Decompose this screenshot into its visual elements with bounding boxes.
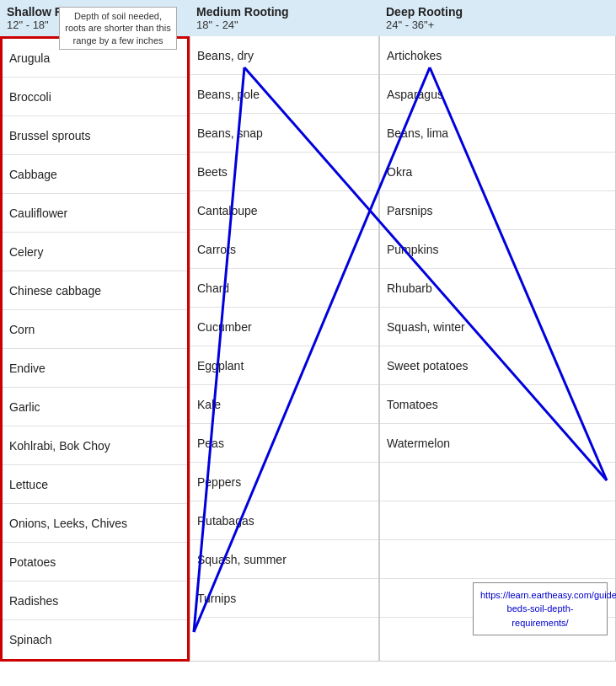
list-item: Beans, snap <box>190 114 378 153</box>
medium-column: Beans, dryBeans, poleBeans, snapBeetsCan… <box>190 36 379 662</box>
list-item: Chinese cabbage <box>3 271 187 310</box>
list-item: Cantaloupe <box>190 191 378 230</box>
shallow-header: Shallow Rooting 12" - 18" Depth of soil … <box>0 0 190 36</box>
list-item: Chard <box>190 269 378 308</box>
list-item: Artichokes <box>380 36 615 75</box>
list-item: Beans, pole <box>190 75 378 114</box>
list-item: Onions, Leeks, Chives <box>3 504 187 543</box>
list-item: Radishes <box>3 581 187 620</box>
tooltip: Depth of soil needed, roots are shorter … <box>59 7 177 50</box>
list-item: Cabbage <box>3 155 187 194</box>
list-item: Rutabagas <box>190 501 378 540</box>
list-item <box>380 540 615 579</box>
medium-title: Medium Rooting <box>196 5 372 19</box>
list-item: Kale <box>190 385 378 424</box>
list-item: Lettuce <box>3 465 187 504</box>
list-item: Squash, winter <box>380 308 615 346</box>
list-item: Garlic <box>3 388 187 426</box>
list-item: Brussel sprouts <box>3 116 187 155</box>
deep-column: ArtichokesAsparagusBeans, limaOkraParsni… <box>379 36 616 662</box>
list-item: Pumpkins <box>380 230 615 269</box>
list-item: Tomatoes <box>380 385 615 424</box>
list-item: Squash, summer <box>190 540 378 579</box>
list-item: Okra <box>380 153 615 191</box>
list-item: Sweet potatoes <box>380 346 615 385</box>
list-item: Potatoes <box>3 543 187 581</box>
list-item: Celery <box>3 233 187 271</box>
list-item: Parsnips <box>380 191 615 230</box>
list-item: Cucumber <box>190 308 378 346</box>
header-row: Shallow Rooting 12" - 18" Depth of soil … <box>0 0 616 36</box>
list-item: Carrots <box>190 230 378 269</box>
list-item <box>380 463 615 501</box>
list-item: Spinach <box>3 620 187 659</box>
list-item: Beets <box>190 153 378 191</box>
list-item: Beans, lima <box>380 114 615 153</box>
list-item: Turnips <box>190 579 378 618</box>
medium-subtitle: 18" - 24" <box>196 19 372 31</box>
list-item: Asparagus <box>380 75 615 114</box>
deep-header: Deep Rooting 24" - 36"+ <box>379 0 616 36</box>
list-item: Corn <box>3 310 187 349</box>
medium-header: Medium Rooting 18" - 24" <box>190 0 379 36</box>
list-item: Beans, dry <box>190 36 378 75</box>
list-item: Broccoli <box>3 78 187 116</box>
list-item: Peas <box>190 424 378 463</box>
deep-subtitle: 24" - 36"+ <box>386 19 609 31</box>
list-item: Endive <box>3 349 187 388</box>
url-box: https://learn.eartheasy.com/guides/raise… <box>473 582 608 636</box>
list-item: Peppers <box>190 463 378 501</box>
list-item: Kohlrabi, Bok Choy <box>3 426 187 465</box>
list-item: Eggplant <box>190 346 378 385</box>
list-item <box>190 618 378 657</box>
deep-title: Deep Rooting <box>386 5 609 19</box>
list-item <box>380 501 615 540</box>
list-item: Watermelon <box>380 424 615 463</box>
shallow-column: ArugulaBroccoliBrussel sproutsCabbageCau… <box>0 36 190 662</box>
table-body: ArugulaBroccoliBrussel sproutsCabbageCau… <box>0 36 616 662</box>
list-item: Cauliflower <box>3 194 187 233</box>
list-item: Rhubarb <box>380 269 615 308</box>
